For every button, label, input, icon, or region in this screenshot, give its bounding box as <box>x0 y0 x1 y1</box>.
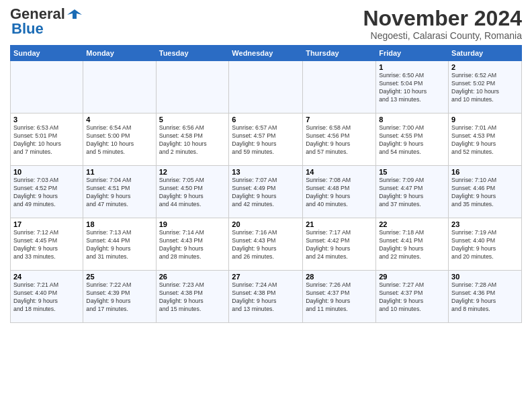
calendar-cell: 5Sunrise: 6:56 AM Sunset: 4:58 PM Daylig… <box>156 113 229 166</box>
weekday-header-wednesday: Wednesday <box>229 46 303 61</box>
calendar-cell: 28Sunrise: 7:26 AM Sunset: 4:37 PM Dayli… <box>303 271 376 323</box>
calendar-cell: 22Sunrise: 7:18 AM Sunset: 4:41 PM Dayli… <box>376 218 449 271</box>
calendar-cell <box>303 61 376 113</box>
day-info: Sunrise: 7:09 AM Sunset: 4:47 PM Dayligh… <box>379 177 445 209</box>
day-number: 8 <box>379 116 445 124</box>
day-info: Sunrise: 6:58 AM Sunset: 4:56 PM Dayligh… <box>306 124 373 156</box>
calendar-cell: 16Sunrise: 7:10 AM Sunset: 4:46 PM Dayli… <box>449 166 522 218</box>
calendar-cell: 30Sunrise: 7:28 AM Sunset: 4:36 PM Dayli… <box>449 271 522 323</box>
calendar-cell: 9Sunrise: 7:01 AM Sunset: 4:53 PM Daylig… <box>449 113 522 166</box>
calendar-cell: 24Sunrise: 7:21 AM Sunset: 4:40 PM Dayli… <box>11 271 83 323</box>
logo-general-text: General <box>10 7 65 21</box>
calendar-cell: 4Sunrise: 6:54 AM Sunset: 5:00 PM Daylig… <box>83 113 156 166</box>
weekday-header-friday: Friday <box>376 46 449 61</box>
day-number: 1 <box>379 63 445 71</box>
weekday-header-tuesday: Tuesday <box>156 46 229 61</box>
day-number: 2 <box>451 63 519 71</box>
day-number: 9 <box>451 116 519 124</box>
calendar-table: SundayMondayTuesdayWednesdayThursdayFrid… <box>10 45 522 323</box>
calendar-cell: 25Sunrise: 7:22 AM Sunset: 4:39 PM Dayli… <box>83 271 156 323</box>
calendar-cell: 1Sunrise: 6:50 AM Sunset: 5:04 PM Daylig… <box>376 61 449 113</box>
day-info: Sunrise: 7:16 AM Sunset: 4:43 PM Dayligh… <box>232 229 300 261</box>
calendar-cell: 6Sunrise: 6:57 AM Sunset: 4:57 PM Daylig… <box>229 113 303 166</box>
day-number: 27 <box>232 273 300 281</box>
calendar-week-row: 10Sunrise: 7:03 AM Sunset: 4:52 PM Dayli… <box>11 166 522 218</box>
day-info: Sunrise: 7:18 AM Sunset: 4:41 PM Dayligh… <box>379 229 445 261</box>
day-number: 21 <box>306 220 373 228</box>
calendar-cell: 7Sunrise: 6:58 AM Sunset: 4:56 PM Daylig… <box>303 113 376 166</box>
day-number: 24 <box>13 273 80 281</box>
day-info: Sunrise: 6:54 AM Sunset: 5:00 PM Dayligh… <box>86 124 152 156</box>
day-info: Sunrise: 7:19 AM Sunset: 4:40 PM Dayligh… <box>451 229 519 261</box>
calendar-week-row: 3Sunrise: 6:53 AM Sunset: 5:01 PM Daylig… <box>11 113 522 166</box>
day-info: Sunrise: 6:52 AM Sunset: 5:02 PM Dayligh… <box>451 72 519 104</box>
day-number: 6 <box>232 116 300 124</box>
calendar-cell <box>229 61 303 113</box>
day-number: 14 <box>306 168 373 176</box>
day-number: 25 <box>86 273 152 281</box>
day-info: Sunrise: 7:23 AM Sunset: 4:38 PM Dayligh… <box>159 281 226 314</box>
calendar-cell: 8Sunrise: 7:00 AM Sunset: 4:55 PM Daylig… <box>376 113 449 166</box>
weekday-header-thursday: Thursday <box>303 46 376 61</box>
day-info: Sunrise: 6:50 AM Sunset: 5:04 PM Dayligh… <box>379 72 445 104</box>
day-number: 13 <box>232 168 300 176</box>
calendar-week-row: 24Sunrise: 7:21 AM Sunset: 4:40 PM Dayli… <box>11 271 522 323</box>
day-info: Sunrise: 7:17 AM Sunset: 4:42 PM Dayligh… <box>306 229 373 261</box>
day-number: 30 <box>451 273 519 281</box>
logo-bird-icon <box>67 8 82 20</box>
day-info: Sunrise: 7:04 AM Sunset: 4:51 PM Dayligh… <box>86 177 152 209</box>
calendar-week-row: 1Sunrise: 6:50 AM Sunset: 5:04 PM Daylig… <box>11 61 522 113</box>
weekday-header-monday: Monday <box>83 46 156 61</box>
calendar-cell: 13Sunrise: 7:07 AM Sunset: 4:49 PM Dayli… <box>229 166 303 218</box>
day-number: 7 <box>306 116 373 124</box>
day-number: 29 <box>379 273 445 281</box>
day-info: Sunrise: 7:14 AM Sunset: 4:43 PM Dayligh… <box>159 229 226 261</box>
day-info: Sunrise: 7:28 AM Sunset: 4:36 PM Dayligh… <box>451 281 519 314</box>
day-number: 15 <box>379 168 445 176</box>
day-info: Sunrise: 7:10 AM Sunset: 4:46 PM Dayligh… <box>451 177 519 209</box>
day-info: Sunrise: 7:07 AM Sunset: 4:49 PM Dayligh… <box>232 177 300 209</box>
day-number: 17 <box>13 220 80 228</box>
day-info: Sunrise: 6:53 AM Sunset: 5:01 PM Dayligh… <box>13 124 80 156</box>
page: General Blue November 2024 Negoesti, Cal… <box>0 0 532 330</box>
day-number: 19 <box>159 220 226 228</box>
day-number: 22 <box>379 220 445 228</box>
day-info: Sunrise: 7:00 AM Sunset: 4:55 PM Dayligh… <box>379 124 445 156</box>
calendar-cell <box>83 61 156 113</box>
calendar-cell <box>11 61 83 113</box>
calendar-cell: 17Sunrise: 7:12 AM Sunset: 4:45 PM Dayli… <box>11 218 83 271</box>
calendar-cell: 2Sunrise: 6:52 AM Sunset: 5:02 PM Daylig… <box>449 61 522 113</box>
calendar-cell: 18Sunrise: 7:13 AM Sunset: 4:44 PM Dayli… <box>83 218 156 271</box>
calendar-cell: 15Sunrise: 7:09 AM Sunset: 4:47 PM Dayli… <box>376 166 449 218</box>
header-area: General Blue November 2024 Negoesti, Cal… <box>10 7 522 41</box>
day-info: Sunrise: 7:01 AM Sunset: 4:53 PM Dayligh… <box>451 124 519 156</box>
calendar-cell: 14Sunrise: 7:08 AM Sunset: 4:48 PM Dayli… <box>303 166 376 218</box>
calendar-cell <box>156 61 229 113</box>
weekday-header-row: SundayMondayTuesdayWednesdayThursdayFrid… <box>11 46 522 61</box>
day-number: 23 <box>451 220 519 228</box>
month-title: November 2024 <box>363 7 522 30</box>
svg-marker-0 <box>67 9 82 19</box>
day-number: 28 <box>306 273 373 281</box>
day-number: 5 <box>159 116 226 124</box>
calendar-cell: 19Sunrise: 7:14 AM Sunset: 4:43 PM Dayli… <box>156 218 229 271</box>
day-info: Sunrise: 7:08 AM Sunset: 4:48 PM Dayligh… <box>306 177 373 209</box>
calendar-week-row: 17Sunrise: 7:12 AM Sunset: 4:45 PM Dayli… <box>11 218 522 271</box>
day-info: Sunrise: 7:13 AM Sunset: 4:44 PM Dayligh… <box>86 229 152 261</box>
day-number: 16 <box>451 168 519 176</box>
day-number: 10 <box>13 168 80 176</box>
calendar-cell: 26Sunrise: 7:23 AM Sunset: 4:38 PM Dayli… <box>156 271 229 323</box>
calendar-cell: 27Sunrise: 7:24 AM Sunset: 4:38 PM Dayli… <box>229 271 303 323</box>
day-number: 18 <box>86 220 152 228</box>
day-info: Sunrise: 7:21 AM Sunset: 4:40 PM Dayligh… <box>13 281 80 314</box>
day-info: Sunrise: 6:57 AM Sunset: 4:57 PM Dayligh… <box>232 124 300 156</box>
calendar-cell: 11Sunrise: 7:04 AM Sunset: 4:51 PM Dayli… <box>83 166 156 218</box>
day-number: 11 <box>86 168 152 176</box>
day-info: Sunrise: 7:03 AM Sunset: 4:52 PM Dayligh… <box>13 177 80 209</box>
day-info: Sunrise: 7:26 AM Sunset: 4:37 PM Dayligh… <box>306 281 373 314</box>
day-number: 26 <box>159 273 226 281</box>
calendar-cell: 29Sunrise: 7:27 AM Sunset: 4:37 PM Dayli… <box>376 271 449 323</box>
day-info: Sunrise: 7:27 AM Sunset: 4:37 PM Dayligh… <box>379 281 445 314</box>
calendar-cell: 20Sunrise: 7:16 AM Sunset: 4:43 PM Dayli… <box>229 218 303 271</box>
calendar-cell: 3Sunrise: 6:53 AM Sunset: 5:01 PM Daylig… <box>11 113 83 166</box>
